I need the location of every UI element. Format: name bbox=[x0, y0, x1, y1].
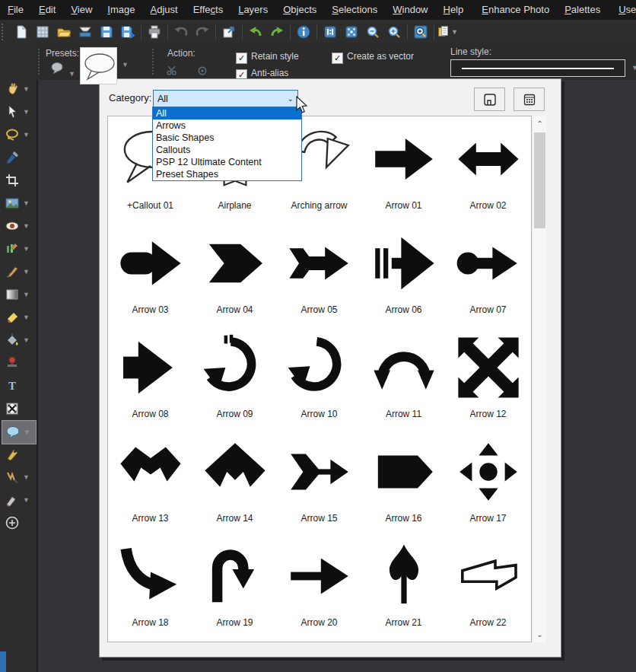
menu-user-inter[interactable]: User Inter bbox=[611, 0, 636, 20]
shape-item-arrow-07[interactable]: Arrow 07 bbox=[446, 227, 530, 331]
shape-item-arrow-21[interactable]: Arrow 21 bbox=[361, 540, 446, 642]
shape-item-arrow-17[interactable]: Arrow 17 bbox=[446, 435, 530, 540]
zoom-out-button[interactable] bbox=[362, 22, 383, 42]
vertical-scrollbar[interactable]: ⌃ ⌄ bbox=[533, 116, 546, 642]
shape-item-arrow-10[interactable]: Arrow 10 bbox=[277, 331, 361, 435]
shape-item-arrow-01[interactable]: Arrow 01 bbox=[361, 123, 446, 227]
menu-edit[interactable]: Edit bbox=[31, 0, 63, 20]
shape-item-arrow-05[interactable]: Arrow 05 bbox=[277, 227, 361, 331]
pick-tool[interactable]: ▼ bbox=[2, 101, 35, 123]
menu-image[interactable]: Image bbox=[100, 0, 142, 20]
shape-item-arrow-11[interactable]: Arrow 11 bbox=[361, 331, 446, 435]
line-style-caret-icon[interactable]: ▼ bbox=[631, 64, 636, 72]
menu-effects[interactable]: Effects bbox=[186, 0, 231, 20]
shape-item-arrow-08[interactable]: Arrow 08 bbox=[108, 331, 192, 435]
chevron-down-icon[interactable]: ▼ bbox=[23, 314, 30, 321]
shape-item-arrow-20[interactable]: Arrow 20 bbox=[277, 540, 361, 642]
shape-item-arrow-12[interactable]: Arrow 12 bbox=[446, 331, 530, 435]
shape-item-arrow-16[interactable]: Arrow 16 bbox=[361, 435, 446, 540]
oil-brush-tool[interactable] bbox=[2, 512, 35, 533]
warp-brush-tool[interactable]: ▼ bbox=[2, 467, 35, 488]
new-from-template-button[interactable] bbox=[32, 22, 53, 42]
shape-item-arrow-04[interactable]: Arrow 04 bbox=[192, 227, 277, 331]
shape-item-arrow-14[interactable]: Arrow 14 bbox=[192, 435, 277, 540]
edit-mode-button[interactable] bbox=[164, 64, 180, 80]
text-tool[interactable]: T bbox=[2, 375, 35, 397]
pen-tool[interactable] bbox=[2, 444, 35, 465]
screen-capture-button[interactable] bbox=[341, 22, 362, 42]
retain-style-checkbox[interactable]: ✓Retain style bbox=[236, 51, 299, 64]
new-document-button[interactable] bbox=[11, 22, 32, 42]
shape-item-arrow-09[interactable]: Arrow 09 bbox=[192, 331, 277, 435]
chevron-down-icon[interactable]: ▼ bbox=[23, 199, 30, 207]
options-grip[interactable] bbox=[38, 49, 43, 75]
save-button[interactable] bbox=[96, 22, 117, 42]
crop-tool[interactable] bbox=[2, 170, 35, 191]
picture-tube-tool[interactable] bbox=[2, 398, 35, 419]
create-as-vector-checkbox[interactable]: ✓Create as vector bbox=[332, 51, 414, 64]
shape-item-arrow-02[interactable]: Arrow 02 bbox=[446, 123, 530, 227]
scroll-down-icon[interactable]: ⌄ bbox=[533, 628, 546, 641]
twain-acquire-button[interactable] bbox=[75, 22, 96, 42]
current-preset-thumbnail[interactable] bbox=[80, 47, 117, 84]
category-option-arrows[interactable]: Arrows bbox=[153, 119, 301, 132]
menu-window[interactable]: Window bbox=[385, 0, 435, 20]
chevron-down-icon[interactable]: ▼ bbox=[23, 85, 30, 93]
menu-help[interactable]: Help bbox=[436, 0, 472, 20]
undo-disabled-button[interactable] bbox=[170, 22, 192, 42]
chevron-down-icon[interactable]: ▼ bbox=[23, 268, 30, 275]
dropper-tool[interactable] bbox=[2, 147, 35, 168]
menu-adjust[interactable]: Adjust bbox=[142, 0, 185, 20]
chevron-down-icon[interactable]: ▼ bbox=[451, 28, 458, 36]
chevron-down-icon[interactable]: ▼ bbox=[23, 336, 30, 344]
shape-item-arrow-18[interactable]: Arrow 18 bbox=[108, 540, 192, 642]
menu-enhance-photo[interactable]: Enhance Photo bbox=[474, 0, 557, 20]
makeover-tool[interactable]: ▼ bbox=[2, 238, 35, 260]
paint-brush-tool[interactable]: ▼ bbox=[2, 261, 35, 282]
resource-manager-button[interactable] bbox=[474, 88, 505, 111]
gradient-tool[interactable]: ▼ bbox=[2, 284, 35, 305]
flood-fill-tool[interactable]: ▼ bbox=[2, 330, 35, 351]
zoom-in-button[interactable] bbox=[383, 22, 405, 42]
action-grip[interactable] bbox=[152, 49, 157, 75]
menu-objects[interactable]: Objects bbox=[275, 0, 324, 20]
visibility-button[interactable] bbox=[195, 64, 210, 80]
zoom-to-100-button[interactable] bbox=[410, 22, 431, 42]
info-button[interactable] bbox=[293, 22, 314, 42]
shape-item-arrow-03[interactable]: Arrow 03 bbox=[108, 227, 192, 331]
toolbar-grip[interactable] bbox=[2, 24, 8, 40]
chevron-down-icon[interactable]: ▼ bbox=[24, 428, 30, 436]
shape-item-arrow-22[interactable]: Arrow 22 bbox=[446, 540, 530, 642]
shape-item-arrow-13[interactable]: Arrow 13 bbox=[108, 435, 192, 540]
category-option-callouts[interactable]: Callouts bbox=[153, 144, 301, 156]
menu-view[interactable]: View bbox=[63, 0, 100, 20]
scrollbar-thumb[interactable] bbox=[534, 132, 545, 228]
chevron-down-icon[interactable]: ▼ bbox=[23, 496, 30, 504]
redo-button[interactable] bbox=[266, 22, 288, 42]
thumbnail-view-button[interactable] bbox=[514, 88, 545, 111]
eraser-tool[interactable]: ▼ bbox=[2, 307, 35, 328]
image-information-button[interactable] bbox=[320, 22, 341, 42]
category-option-basic-shapes[interactable]: Basic Shapes bbox=[153, 132, 301, 144]
category-option-all[interactable]: All bbox=[153, 107, 301, 119]
preset-thumb-caret-icon[interactable]: ▼ bbox=[122, 61, 129, 68]
chevron-down-icon[interactable]: ▼ bbox=[23, 291, 30, 298]
preset-shape-tool[interactable]: ▼ bbox=[2, 420, 37, 444]
scroll-up-icon[interactable]: ⌃ bbox=[533, 117, 546, 130]
menu-palettes[interactable]: Palettes bbox=[557, 0, 608, 20]
menu-layers[interactable]: Layers bbox=[231, 0, 275, 20]
copy-special-button[interactable]: ▼ bbox=[437, 22, 458, 42]
shape-item-arrow-15[interactable]: Arrow 15 bbox=[277, 435, 361, 540]
menu-selections[interactable]: Selections bbox=[324, 0, 385, 20]
red-eye-tool[interactable]: ▼ bbox=[2, 215, 35, 237]
chevron-down-icon[interactable]: ▼ bbox=[23, 222, 30, 230]
undo-button[interactable] bbox=[245, 22, 266, 42]
selection-tool[interactable]: ▼ bbox=[2, 124, 35, 145]
shape-item-arrow-06[interactable]: Arrow 06 bbox=[361, 227, 446, 331]
menu-file[interactable]: File bbox=[0, 0, 31, 20]
category-option-preset-shapes[interactable]: Preset Shapes bbox=[153, 168, 301, 180]
straighten-tool[interactable]: ▼ bbox=[2, 193, 35, 214]
print-button[interactable] bbox=[144, 22, 165, 42]
pan-tool[interactable]: ▼ bbox=[2, 78, 35, 100]
scratch-remover-tool[interactable]: ▼ bbox=[2, 489, 35, 511]
